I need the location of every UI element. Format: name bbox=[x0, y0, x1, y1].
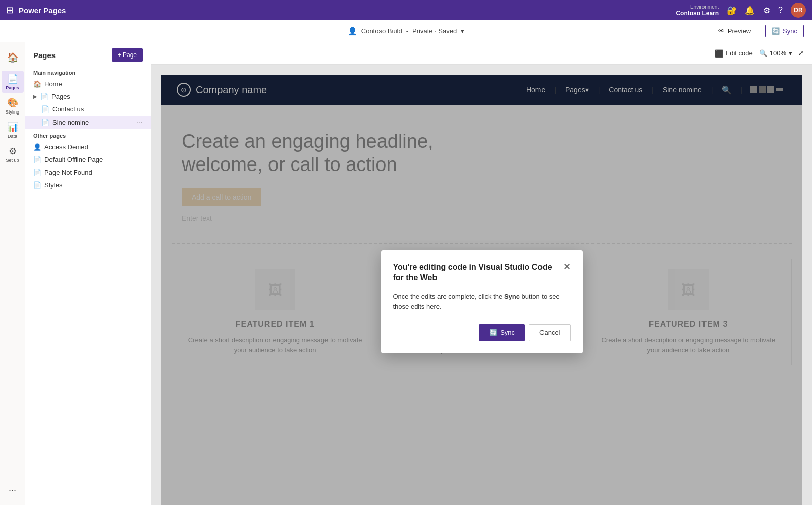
sidebar: Pages + Page Main navigation 🏠 Home ▶ 📄 … bbox=[25, 42, 151, 505]
page-canvas: ⊙ Company name Home | Pages▾ | Contact u… bbox=[151, 65, 812, 505]
rail-pages[interactable]: 📄 Pages bbox=[2, 71, 24, 93]
other-pages-label: Other pages bbox=[25, 129, 151, 141]
modal-close-button[interactable]: ✕ bbox=[563, 262, 571, 271]
avatar[interactable]: DR bbox=[791, 3, 806, 18]
home-page-icon: 🏠 bbox=[33, 80, 41, 88]
zoom-chevron: ▾ bbox=[789, 49, 792, 57]
env-label: Environment bbox=[690, 4, 719, 10]
sync-button-header[interactable]: 🔄 Sync bbox=[765, 25, 804, 37]
sync-icon-header: 🔄 bbox=[772, 27, 780, 35]
rail-more[interactable]: ··· bbox=[2, 479, 24, 501]
second-bar-actions: 👁 Preview 🔄 Sync bbox=[714, 25, 804, 37]
modal-title: You're editing code in Visual Studio Cod… bbox=[393, 262, 555, 284]
contact-page-label: Contact us bbox=[52, 105, 143, 113]
icon-rail: 🏠 📄 Pages 🎨 Styling 📊 Data ⚙ Set up ··· bbox=[0, 42, 25, 505]
modal-sync-icon: 🔄 bbox=[489, 329, 497, 336]
help-icon[interactable]: ? bbox=[778, 6, 783, 15]
data-icon: 📊 bbox=[7, 122, 18, 133]
sidebar-item-access-denied[interactable]: 👤 Access Denied bbox=[25, 141, 151, 153]
setup-icon: ⚙ bbox=[9, 146, 17, 157]
sidebar-title: Pages bbox=[33, 51, 56, 60]
modal-sync-button[interactable]: 🔄 Sync bbox=[479, 324, 525, 341]
not-found-icon: 📄 bbox=[33, 169, 41, 176]
sine-nomine-label: Sine nomine bbox=[52, 119, 134, 126]
main-nav-label: Main navigation bbox=[25, 66, 151, 78]
settings-icon[interactable]: ⚙ bbox=[763, 6, 770, 15]
site-name: Contoso Build bbox=[361, 27, 402, 35]
site-icon: 👤 bbox=[348, 27, 357, 36]
sidebar-item-not-found[interactable]: 📄 Page Not Found bbox=[25, 166, 151, 179]
edit-code-label: Edit code bbox=[726, 49, 753, 57]
app-title: Power Pages bbox=[19, 6, 66, 15]
sidebar-item-sine-nomine[interactable]: 📄 Sine nomine ··· bbox=[25, 116, 151, 129]
sidebar-item-contact[interactable]: 📄 Contact us bbox=[25, 103, 151, 116]
second-bar: 👤 Contoso Build - Private · Saved ▾ 👁 Pr… bbox=[0, 20, 812, 42]
styles-label: Styles bbox=[44, 181, 143, 189]
setup-rail-label: Set up bbox=[6, 158, 19, 163]
notification-icon[interactable]: 🔔 bbox=[745, 6, 755, 15]
data-rail-label: Data bbox=[8, 134, 17, 139]
edit-code-button[interactable]: ⬛ Edit code bbox=[715, 49, 753, 58]
modal-body-keyword: Sync bbox=[504, 293, 520, 300]
content-toolbar: ⬛ Edit code 🔍 100% ▾ ⤢ bbox=[151, 42, 812, 65]
environment-info: Environment Contoso Learn bbox=[676, 4, 719, 17]
modal-body: Once the edits are complete, click the S… bbox=[393, 292, 571, 313]
modal-overlay: You're editing code in Visual Studio Cod… bbox=[161, 75, 802, 505]
add-page-button[interactable]: + Page bbox=[112, 48, 143, 62]
sidebar-item-offline[interactable]: 📄 Default Offline Page bbox=[25, 153, 151, 166]
home-icon: 🏠 bbox=[7, 52, 18, 63]
preview-button[interactable]: 👁 Preview bbox=[714, 25, 755, 37]
pages-folder-icon: 📄 bbox=[40, 93, 48, 100]
pages-icon: 📄 bbox=[7, 73, 18, 84]
not-found-label: Page Not Found bbox=[44, 169, 143, 176]
sidebar-item-styles[interactable]: 📄 Styles bbox=[25, 179, 151, 191]
home-page-label: Home bbox=[44, 80, 143, 88]
site-separator: - bbox=[406, 27, 408, 35]
top-bar-right: Environment Contoso Learn 🔐 🔔 ⚙ ? DR bbox=[676, 3, 806, 18]
preview-icon: 👁 bbox=[718, 27, 725, 35]
rail-data[interactable]: 📊 Data bbox=[2, 119, 24, 141]
main-layout: 🏠 📄 Pages 🎨 Styling 📊 Data ⚙ Set up ··· … bbox=[0, 42, 812, 505]
sync-modal: You're editing code in Visual Studio Cod… bbox=[381, 250, 583, 353]
rail-setup[interactable]: ⚙ Set up bbox=[2, 143, 24, 165]
site-info: 👤 Contoso Build - Private · Saved ▾ bbox=[348, 27, 464, 36]
env-name: Contoso Learn bbox=[676, 10, 719, 17]
styles-icon: 📄 bbox=[33, 181, 41, 189]
expand-icon: ⤢ bbox=[798, 49, 804, 57]
edit-code-icon: ⬛ bbox=[715, 49, 723, 58]
modal-footer: 🔄 Sync Cancel bbox=[393, 324, 571, 341]
rail-home[interactable]: 🏠 bbox=[2, 46, 24, 69]
zoom-label: 100% bbox=[770, 49, 786, 57]
modal-sync-label: Sync bbox=[500, 329, 515, 336]
pages-folder-label: Pages bbox=[51, 93, 143, 100]
rail-styling[interactable]: 🎨 Styling bbox=[2, 95, 24, 117]
pages-rail-label: Pages bbox=[6, 85, 19, 90]
top-bar: ⊞ Power Pages Environment Contoso Learn … bbox=[0, 0, 812, 20]
offline-page-label: Default Offline Page bbox=[44, 156, 143, 163]
sidebar-header: Pages + Page bbox=[25, 42, 151, 66]
dropdown-icon[interactable]: ▾ bbox=[461, 27, 464, 35]
styling-rail-label: Styling bbox=[6, 109, 19, 115]
offline-page-icon: 📄 bbox=[33, 156, 41, 163]
styling-icon: 🎨 bbox=[7, 97, 18, 108]
website-frame: ⊙ Company name Home | Pages▾ | Contact u… bbox=[161, 75, 802, 505]
sine-nomine-more[interactable]: ··· bbox=[137, 118, 143, 126]
sine-nomine-icon: 📄 bbox=[41, 119, 49, 126]
pages-chevron: ▶ bbox=[33, 94, 37, 99]
sidebar-item-pages[interactable]: ▶ 📄 Pages bbox=[25, 90, 151, 103]
settings-profile-icon[interactable]: 🔐 bbox=[727, 6, 737, 15]
content-area: ⬛ Edit code 🔍 100% ▾ ⤢ ⊙ Company name bbox=[151, 42, 812, 505]
rail-bottom: ··· bbox=[2, 479, 24, 505]
access-denied-icon: 👤 bbox=[33, 143, 41, 151]
zoom-control[interactable]: 🔍 100% ▾ bbox=[759, 49, 792, 57]
grid-icon[interactable]: ⊞ bbox=[6, 5, 14, 16]
sidebar-item-home[interactable]: 🏠 Home bbox=[25, 78, 151, 90]
expand-button[interactable]: ⤢ bbox=[798, 49, 804, 57]
modal-header: You're editing code in Visual Studio Cod… bbox=[393, 262, 571, 284]
more-icon: ··· bbox=[9, 485, 16, 495]
contact-page-icon: 📄 bbox=[41, 105, 49, 113]
modal-cancel-button[interactable]: Cancel bbox=[529, 324, 570, 341]
site-status: Private · Saved bbox=[412, 27, 457, 35]
access-denied-label: Access Denied bbox=[44, 143, 143, 151]
zoom-icon: 🔍 bbox=[759, 49, 767, 57]
